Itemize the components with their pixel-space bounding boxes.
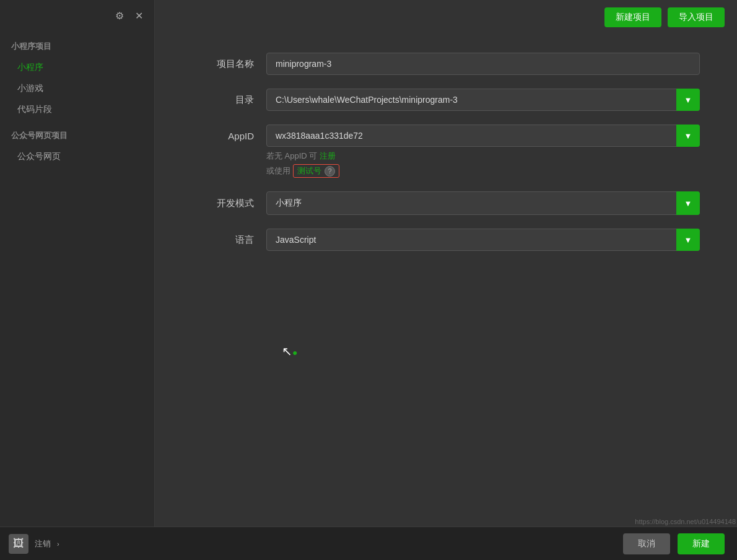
create-button[interactable]: 新建: [678, 533, 725, 554]
lang-select-wrap: JavaScript ▼: [266, 229, 700, 251]
appid-label: AppID: [192, 125, 266, 141]
register-link[interactable]: 注册: [320, 151, 336, 162]
appid-hints: 若无 AppID 可 注册 或使用 测试号 ?: [266, 151, 700, 178]
new-project-button[interactable]: 新建项目: [604, 7, 661, 27]
form-row-dir: 目录 C:\Users\whale\WeChatProjects\minipro…: [192, 89, 700, 111]
sidebar-item-codesnippet[interactable]: 代码片段: [0, 99, 154, 120]
sidebar-header: ⚙ ✕: [0, 0, 154, 31]
test-id-box: 测试号 ?: [293, 164, 339, 178]
lang-value: JavaScript: [276, 235, 316, 245]
lang-chevron-icon[interactable]: ▼: [676, 229, 700, 251]
dir-value: C:\Users\whale\WeChatProjects\miniprogra…: [276, 95, 458, 105]
sidebar-header-icons: ⚙ ✕: [113, 7, 146, 24]
form-row-lang: 语言 JavaScript ▼: [192, 229, 700, 251]
topbar: 新建项目 导入项目: [155, 0, 737, 34]
sidebar-item-webpage[interactable]: 公众号网页: [0, 146, 154, 167]
avatar-icon: 🖼: [13, 537, 24, 550]
form-area: 项目名称 目录 C:\Users\whale\WeChatProjects\mi…: [155, 34, 737, 560]
devmode-select-wrap: 小程序 ▼: [266, 191, 700, 215]
lang-label: 语言: [192, 234, 266, 246]
logout-button[interactable]: 注销: [35, 538, 51, 549]
devmode-display[interactable]: 小程序: [266, 191, 700, 215]
question-icon[interactable]: ?: [325, 166, 335, 177]
sidebar-item-miniprogram[interactable]: 小程序: [0, 57, 154, 78]
close-icon: ✕: [135, 10, 143, 22]
sidebar-bottom: 🖼 注销 ›: [0, 527, 155, 560]
dir-select-wrap: C:\Users\whale\WeChatProjects\miniprogra…: [266, 89, 700, 111]
dir-display[interactable]: C:\Users\whale\WeChatProjects\miniprogra…: [266, 89, 700, 111]
hint-testid-prefix: 或使用: [266, 165, 290, 177]
test-id-link[interactable]: 测试号: [297, 165, 321, 177]
chevron-down-icon2: ▼: [684, 131, 692, 141]
appid-value: wx3818aaa1c331de72: [276, 131, 363, 141]
section2-label: 公众号网页项目: [0, 120, 154, 146]
import-project-button[interactable]: 导入项目: [668, 7, 725, 27]
devmode-label: 开发模式: [192, 198, 266, 209]
cancel-button[interactable]: 取消: [623, 533, 670, 554]
chevron-down-icon3: ▼: [684, 199, 692, 208]
appid-display[interactable]: wx3818aaa1c331de72: [266, 125, 700, 147]
settings-icon: ⚙: [115, 10, 124, 22]
devmode-chevron-icon[interactable]: ▼: [676, 191, 700, 215]
section1-label: 小程序项目: [0, 31, 154, 57]
chevron-down-icon: ▼: [684, 95, 692, 105]
sidebar: ⚙ ✕ 小程序项目 小程序 小游戏 代码片段 公众号网页项目 公众号网页 🖼 注…: [0, 0, 155, 560]
settings-button[interactable]: ⚙: [113, 7, 126, 24]
dir-chevron-icon[interactable]: ▼: [676, 89, 700, 111]
form-row-appid: AppID wx3818aaa1c331de72 ▼ 若无 AppID 可 注册: [192, 125, 700, 178]
action-bar: 取消 新建: [155, 527, 737, 560]
devmode-value: 小程序: [276, 198, 302, 209]
form-row-name: 项目名称: [192, 53, 700, 75]
name-input[interactable]: [266, 53, 700, 75]
main-content: 新建项目 导入项目 项目名称 目录 C:\Users\whale\WeChatP…: [155, 0, 737, 560]
hint-register-line: 若无 AppID 可 注册: [266, 151, 700, 162]
logout-arrow-icon: ›: [57, 540, 59, 548]
name-label: 项目名称: [192, 58, 266, 70]
hint-register-prefix: 若无 AppID 可: [266, 151, 317, 162]
name-input-wrap: [266, 53, 700, 75]
close-button[interactable]: ✕: [133, 7, 146, 24]
watermark: https://blog.csdn.net/u014494148: [635, 518, 736, 525]
dir-label: 目录: [192, 94, 266, 106]
lang-display[interactable]: JavaScript: [266, 229, 700, 251]
hint-testid-line: 或使用 测试号 ?: [266, 164, 700, 178]
chevron-down-icon4: ▼: [684, 235, 692, 245]
appid-select-wrap: wx3818aaa1c331de72 ▼: [266, 125, 700, 147]
appid-chevron-icon[interactable]: ▼: [676, 125, 700, 147]
sidebar-item-minigame[interactable]: 小游戏: [0, 78, 154, 99]
appid-col: wx3818aaa1c331de72 ▼ 若无 AppID 可 注册 或使用 测…: [266, 125, 700, 178]
form-row-devmode: 开发模式 小程序 ▼: [192, 191, 700, 215]
avatar: 🖼: [9, 534, 28, 554]
